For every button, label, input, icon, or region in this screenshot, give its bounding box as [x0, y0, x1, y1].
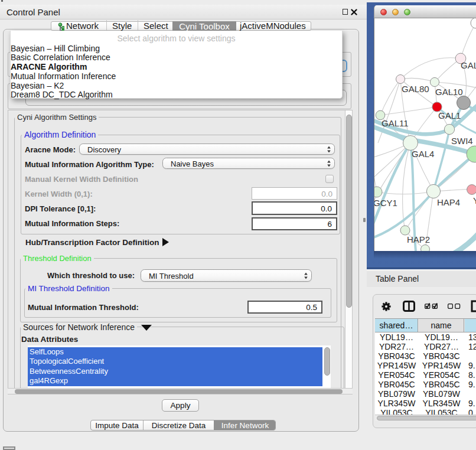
svg-text:GAL10: GAL10 — [435, 87, 463, 97]
svg-text:Y: Y — [473, 195, 476, 206]
svg-text:HAP4: HAP4 — [437, 197, 460, 207]
svg-text:GCY1: GCY1 — [374, 198, 397, 208]
svg-text:GAL80: GAL80 — [402, 84, 429, 94]
svg-text:GAL: GAL — [461, 60, 476, 70]
svg-text:HAP2: HAP2 — [407, 234, 430, 244]
svg-text:SWI4: SWI4 — [451, 136, 473, 146]
svg-text:GAL1: GAL1 — [438, 110, 461, 120]
svg-text:GAL4: GAL4 — [412, 149, 434, 159]
svg-text:GAL11: GAL11 — [382, 118, 409, 128]
